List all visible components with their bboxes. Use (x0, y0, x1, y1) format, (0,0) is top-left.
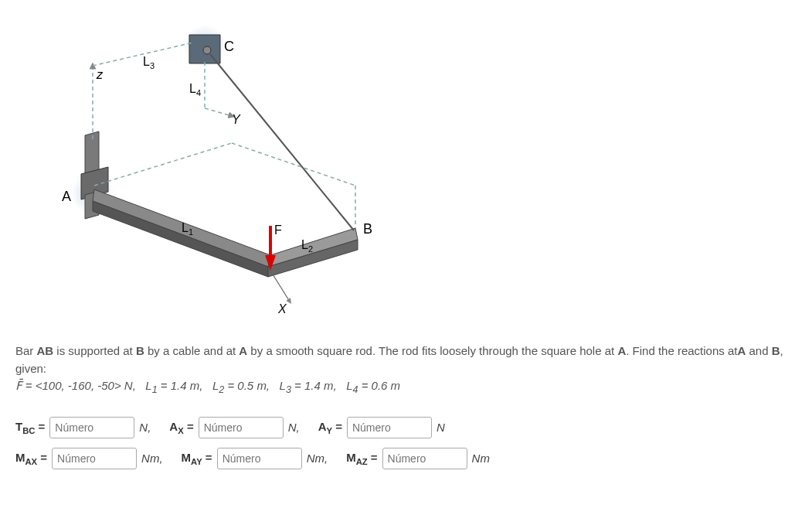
svg-line-19 (270, 271, 290, 302)
svg-marker-9 (93, 201, 268, 277)
problem-statement: Bar AB is supported at B by a cable and … (15, 343, 797, 397)
diagram-svg: A B C z Y X F L1 L2 L3 L4 (39, 23, 379, 317)
svg-line-17 (232, 143, 355, 186)
tbc-unit: N, (139, 421, 151, 434)
label-z: z (96, 68, 104, 81)
problem-diagram: A B C z Y X F L1 L2 L3 L4 (39, 23, 797, 319)
may-input[interactable] (217, 448, 302, 469)
ax-input[interactable] (199, 417, 284, 438)
max-input[interactable] (52, 448, 137, 469)
answer-row-1: TBC = N, AX = N, AY = N (15, 417, 797, 438)
max-label: MAX = (15, 451, 47, 466)
maz-unit: Nm (472, 452, 490, 465)
svg-text:L3: L3 (143, 55, 155, 70)
ay-unit: N (437, 421, 445, 434)
tbc-input[interactable] (49, 417, 134, 438)
ax-label: AX = (169, 420, 193, 435)
may-label: MAY = (182, 451, 212, 466)
label-A: A (62, 189, 71, 204)
answer-area: TBC = N, AX = N, AY = N MAX = Nm, MAY = … (15, 417, 797, 469)
ax-unit: N, (288, 421, 300, 434)
may-unit: Nm, (307, 452, 328, 465)
svg-line-16 (205, 108, 232, 116)
ay-input[interactable] (347, 417, 432, 438)
svg-text:L4: L4 (189, 82, 201, 97)
svg-point-3 (203, 46, 211, 54)
label-F: F (274, 223, 282, 237)
label-C: C (224, 39, 234, 54)
label-X: X (277, 302, 287, 315)
answer-row-2: MAX = Nm, MAY = Nm, MAZ = Nm (15, 448, 797, 469)
tbc-label: TBC = (15, 420, 45, 435)
label-Y: Y (232, 113, 241, 126)
ay-label: AY = (318, 420, 342, 435)
maz-input[interactable] (382, 448, 467, 469)
maz-label: MAZ = (346, 451, 377, 466)
svg-line-15 (94, 143, 232, 186)
max-unit: Nm, (141, 452, 163, 465)
svg-line-11 (210, 54, 354, 230)
label-B: B (363, 221, 372, 237)
